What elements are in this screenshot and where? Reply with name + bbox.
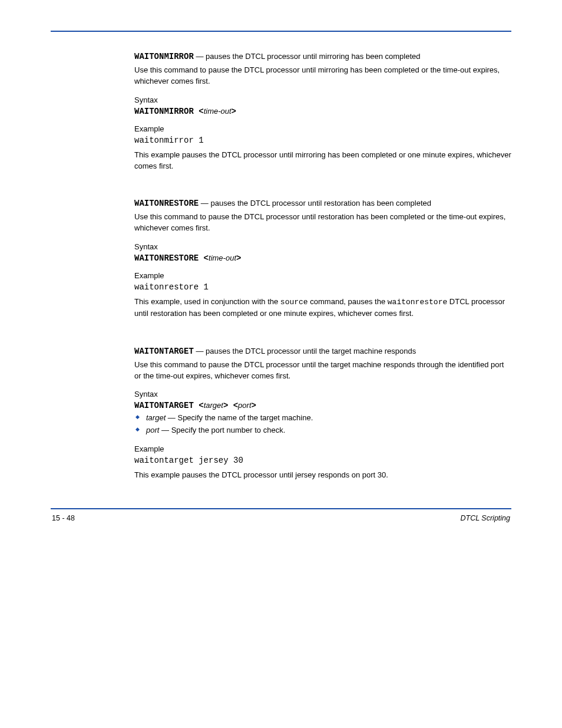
section-heading: WAITONTARGET — pauses the DTCL processor… — [134, 347, 511, 356]
cmd-tagline: — pauses the DTCL processor until restor… — [199, 199, 431, 207]
cmd-name: WAITONRESTORE — [134, 199, 199, 208]
content-area: WAITONMIRROR — pauses the DTCL processor… — [134, 52, 511, 481]
explain-mono: source — [280, 298, 308, 307]
arg-term: target — [146, 413, 166, 422]
section-description: Use this command to pause the DTCL proce… — [134, 212, 511, 234]
example-explain: This example pauses the DTCL processor u… — [134, 150, 511, 172]
page-footer: 15 - 48 DTCL Scripting — [51, 514, 511, 522]
page-container: WAITONMIRROR — pauses the DTCL processor… — [0, 0, 562, 542]
section-description: Use this command to pause the DTCL proce… — [134, 65, 511, 87]
page-number: 15 - 48 — [52, 514, 75, 522]
example-label: Example — [134, 271, 511, 280]
syntax-arg: port — [238, 401, 251, 410]
explain-mono: waitonrestore — [388, 298, 447, 307]
arg-body: — Specify the name of the target machine… — [166, 413, 313, 422]
arg-body: — Specify the port number to check. — [159, 426, 285, 434]
syntax-label: Syntax — [134, 390, 511, 398]
example-code: waitontarget jersey 30 — [134, 456, 511, 465]
arg-term: port — [146, 426, 159, 434]
arg-list: target — Specify the name of the target … — [134, 413, 511, 436]
list-item: port — Specify the port number to check. — [134, 425, 511, 436]
syntax-arg: time-out — [204, 107, 232, 116]
syntax-line: WAITONTARGET <target> <port> — [134, 401, 511, 410]
syntax-cmd: WAITONTARGET < — [134, 401, 204, 410]
syntax-label: Syntax — [134, 242, 511, 251]
syntax-close: > — [232, 107, 236, 116]
syntax-arg: time-out — [209, 253, 236, 262]
syntax-label: Syntax — [134, 95, 511, 104]
cmd-tagline: — pauses the DTCL processor until mirror… — [194, 52, 421, 61]
section-waitontarget: WAITONTARGET — pauses the DTCL processor… — [134, 347, 511, 481]
cmd-tagline: — pauses the DTCL processor until the ta… — [194, 347, 416, 355]
example-code: waitonmirror 1 — [134, 136, 511, 145]
cmd-name: WAITONMIRROR — [134, 52, 194, 61]
example-code: waitonrestore 1 — [134, 282, 511, 292]
syntax-line: WAITONMIRROR <time-out> — [134, 107, 511, 116]
section-title: DTCL Scripting — [460, 514, 510, 522]
top-rule — [51, 31, 511, 32]
explain-mid: command, pauses the — [308, 297, 388, 306]
explain-pre: This example, used in conjunction with t… — [134, 297, 280, 306]
cmd-name: WAITONTARGET — [134, 347, 194, 356]
syntax-cmd: WAITONMIRROR < — [134, 107, 204, 116]
section-heading: WAITONMIRROR — pauses the DTCL processor… — [134, 52, 511, 61]
list-item: target — Specify the name of the target … — [134, 413, 511, 424]
section-description: Use this command to pause the DTCL proce… — [134, 360, 511, 382]
example-explain: This example, used in conjunction with t… — [134, 297, 511, 319]
syntax-close: > — [236, 253, 241, 263]
syntax-arg: target — [204, 401, 223, 410]
syntax-line: WAITONRESTORE <time-out> — [134, 253, 511, 263]
section-heading: WAITONRESTORE — pauses the DTCL processo… — [134, 199, 511, 208]
syntax-cmd: WAITONRESTORE < — [134, 253, 209, 263]
syntax-close: > — [252, 401, 256, 410]
section-waitonmirror: WAITONMIRROR — pauses the DTCL processor… — [134, 52, 511, 172]
section-waitonrestore: WAITONRESTORE — pauses the DTCL processo… — [134, 199, 511, 319]
example-explain: This example pauses the DTCL processor u… — [134, 470, 511, 481]
example-label: Example — [134, 444, 511, 453]
syntax-mid: > < — [223, 401, 238, 410]
bottom-rule — [51, 508, 511, 509]
example-label: Example — [134, 124, 511, 133]
